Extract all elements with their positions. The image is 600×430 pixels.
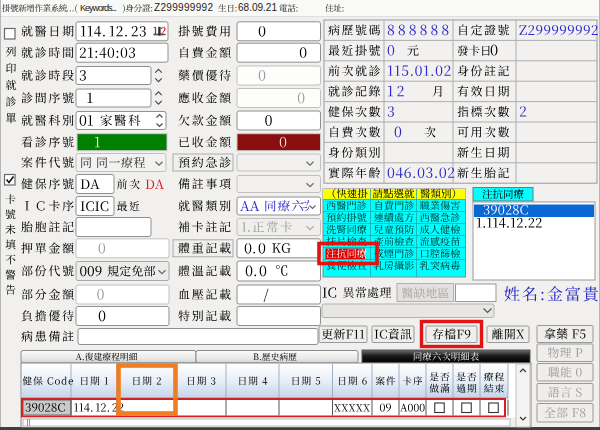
svg-text:Keywords...: Keywords... <box>80 3 117 13</box>
svg-text:68.09.21: 68.09.21 <box>238 2 277 13</box>
svg-text:Z299999992: Z299999992 <box>154 2 213 13</box>
